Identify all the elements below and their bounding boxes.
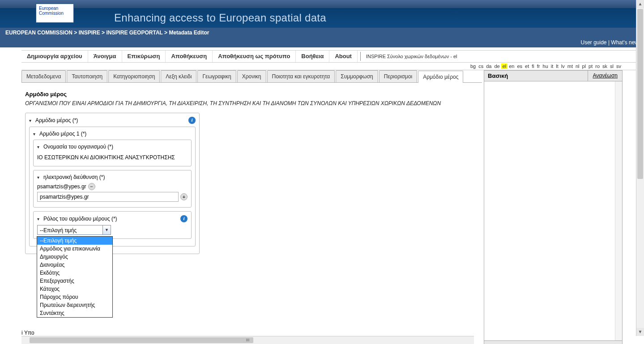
- tab-conformity[interactable]: Συμμορφωση: [336, 70, 378, 82]
- lang-pt[interactable]: pt: [587, 64, 594, 69]
- tabs: Μεταδεδομενα Ταυτοποιηση Κατηγοριοποιηση…: [21, 70, 482, 83]
- tab-metadata[interactable]: Μεταδεδομενα: [21, 70, 66, 82]
- role-option[interactable]: Δημιουργός: [37, 253, 112, 261]
- lang-bg[interactable]: bg: [469, 64, 477, 69]
- breadcrumb-inspire[interactable]: INSPIRE: [79, 30, 100, 36]
- collapse-icon[interactable]: ▾: [37, 175, 42, 179]
- dataset-label: INSPIRE Σύνολο χωρικών δεδομένων - el: [363, 54, 457, 59]
- collapse-icon[interactable]: ▾: [37, 217, 42, 221]
- ec-logo-text1: European: [39, 6, 71, 11]
- tab-responsible[interactable]: Αρμόδιο μέρος: [418, 71, 463, 83]
- lang-en[interactable]: en: [508, 64, 516, 69]
- window-top-bar: [0, 0, 644, 8]
- tab-quality[interactable]: Ποιοτητα και εγκυροτητα: [267, 70, 335, 82]
- banner-title: Enhancing access to European spatial dat…: [114, 12, 326, 24]
- help-button[interactable]: Βοήθεια: [296, 51, 329, 62]
- open-button[interactable]: Άνοιγμα: [88, 51, 122, 62]
- about-button[interactable]: About: [329, 51, 358, 62]
- refresh-button[interactable]: Ανανέωση: [588, 71, 622, 81]
- subheader: User guide | What's new: [0, 38, 644, 47]
- toolbar-separator: [360, 52, 361, 61]
- role-option[interactable]: Εκδότης: [37, 269, 112, 277]
- user-guide-link[interactable]: User guide: [581, 39, 607, 46]
- tab-identification[interactable]: Ταυτοποιηση: [67, 70, 107, 82]
- lang-lv[interactable]: lv: [560, 64, 566, 69]
- breadcrumb: EUROPEAN COMMISSION > INSPIRE > INSPIRE …: [0, 28, 644, 38]
- email-input[interactable]: [37, 192, 179, 202]
- tab-geographic[interactable]: Γεωγραφικη: [197, 70, 236, 82]
- dropdown-arrow-icon[interactable]: ▼: [102, 225, 111, 234]
- tab-keywords[interactable]: Λεξη κλειδι: [161, 70, 196, 82]
- horizontal-scrollbar[interactable]: III: [21, 336, 474, 344]
- role-select[interactable]: --Επιλογή τιμής ▼: [37, 225, 111, 235]
- lang-lt[interactable]: lt: [554, 64, 560, 69]
- lang-da[interactable]: da: [485, 64, 493, 69]
- collapse-icon[interactable]: ▾: [33, 132, 38, 136]
- responsible-item-panel: ▾ Αρμόδιο μέρος 1 (*) ▾ Ονομασία του οργ…: [29, 127, 196, 246]
- org-name-panel: ▾ Ονομασία του οργανισμού (*) ΙΟ ΕΣΩΤΕΡΙ…: [33, 140, 192, 166]
- info-icon[interactable]: i: [180, 215, 188, 222]
- lang-sl[interactable]: sl: [609, 64, 615, 69]
- lang-et[interactable]: et: [524, 64, 530, 69]
- collapse-icon[interactable]: ▾: [37, 144, 42, 149]
- tab-constraints[interactable]: Περιορισμοι: [379, 70, 417, 82]
- tab-temporal[interactable]: Χρονικη: [237, 70, 266, 82]
- new-file-button[interactable]: Δημιουργία αρχείου: [21, 51, 88, 62]
- vertical-scrollbar[interactable]: ▲ ▼: [636, 0, 644, 336]
- ec-logo-text2: Commission: [39, 11, 71, 16]
- breadcrumb-editor: Metadata Editor: [169, 30, 209, 36]
- validation-scrollbar[interactable]: [615, 81, 622, 340]
- lang-ro[interactable]: ro: [594, 64, 601, 69]
- role-option[interactable]: Πρωτεύων διερευνητής: [37, 301, 112, 309]
- org-name-value: ΙΟ ΕΣΩΤΕΡΙΚΩΝ ΚΑΙ ΔΙΟΙΚΗΤΙΚΗΣ ΑΝΑΣΥΓΚΡΟΤ…: [37, 153, 188, 162]
- email-panel: ▾ ηλεκτρονική διεύθυνση (*) psamartzis@y…: [33, 170, 192, 208]
- lang-it[interactable]: it: [550, 64, 555, 69]
- lang-el[interactable]: el: [501, 64, 508, 69]
- scroll-up-icon[interactable]: ▲: [636, 0, 644, 8]
- lang-de[interactable]: de: [493, 64, 501, 69]
- responsible-panel: ▾ Αρμόδιο μέρος (*) + i ▾ Αρμόδιο μέρος …: [25, 113, 200, 254]
- role-label: Ρόλος του αρμόδιου μέρους (*): [43, 216, 117, 222]
- hscroll-thumb[interactable]: [30, 337, 253, 343]
- remove-email-icon[interactable]: −: [88, 183, 95, 190]
- add-email-icon[interactable]: +: [180, 193, 188, 200]
- lang-mt[interactable]: mt: [566, 64, 574, 69]
- email-label: ηλεκτρονική διεύθυνση (*): [43, 174, 105, 180]
- section-title: Αρμόδιο μέρος: [25, 91, 478, 98]
- validate-button[interactable]: Επικύρωση: [122, 51, 166, 62]
- tab-classification[interactable]: Κατηγοριοποιηση: [108, 70, 160, 82]
- scroll-down-icon[interactable]: ▼: [636, 328, 644, 336]
- role-option[interactable]: Επεξεργαστής: [37, 277, 112, 285]
- breadcrumb-ec[interactable]: EUROPEAN COMMISSION: [5, 30, 73, 36]
- role-option[interactable]: Κάτοχος: [37, 285, 112, 293]
- validation-basic-label: Βασική: [484, 71, 588, 81]
- save-button[interactable]: Αποθήκευση: [166, 51, 213, 62]
- breadcrumb-geoportal[interactable]: INSPIRE GEOPORTAL: [106, 30, 162, 36]
- vscroll-thumb[interactable]: [637, 9, 643, 179]
- role-option[interactable]: Συντάκτης: [37, 309, 112, 317]
- lang-hu[interactable]: hu: [542, 64, 550, 69]
- role-option[interactable]: --Επιλογή τιμής: [37, 237, 112, 245]
- info-icon[interactable]: i: [188, 117, 196, 124]
- role-option[interactable]: Διανομέας: [37, 261, 112, 269]
- lang-nl[interactable]: nl: [574, 64, 581, 69]
- toolbar: Δημιουργία αρχείου Άνοιγμα Επικύρωση Απο…: [21, 50, 644, 63]
- lang-sk[interactable]: sk: [601, 64, 609, 69]
- ec-logo: European Commission: [36, 4, 74, 23]
- org-name-label: Ονομασία του οργανισμού (*): [43, 144, 113, 150]
- lang-fi[interactable]: fi: [530, 64, 536, 69]
- lang-es[interactable]: es: [516, 64, 524, 69]
- lang-cs[interactable]: cs: [477, 64, 485, 69]
- lang-sv[interactable]: sv: [615, 64, 623, 69]
- collapse-icon[interactable]: ▾: [29, 118, 34, 123]
- validation-advanced-label: Για προχωρημένους: [484, 341, 623, 344]
- role-option[interactable]: Πάροχος πόρου: [37, 293, 112, 301]
- banner: European Commission Enhancing access to …: [0, 8, 644, 28]
- lang-pl[interactable]: pl: [581, 64, 588, 69]
- whats-new-link[interactable]: What's new: [611, 39, 639, 46]
- role-option[interactable]: Αρμόδιος για επικοινωνία: [37, 245, 112, 253]
- save-template-button[interactable]: Αποθήκευση ως πρότυπο: [213, 51, 296, 62]
- hscroll-grip-icon: III: [246, 338, 250, 342]
- email-value: psamartzis@ypes.gr: [37, 183, 86, 190]
- lang-fr[interactable]: fr: [536, 64, 542, 69]
